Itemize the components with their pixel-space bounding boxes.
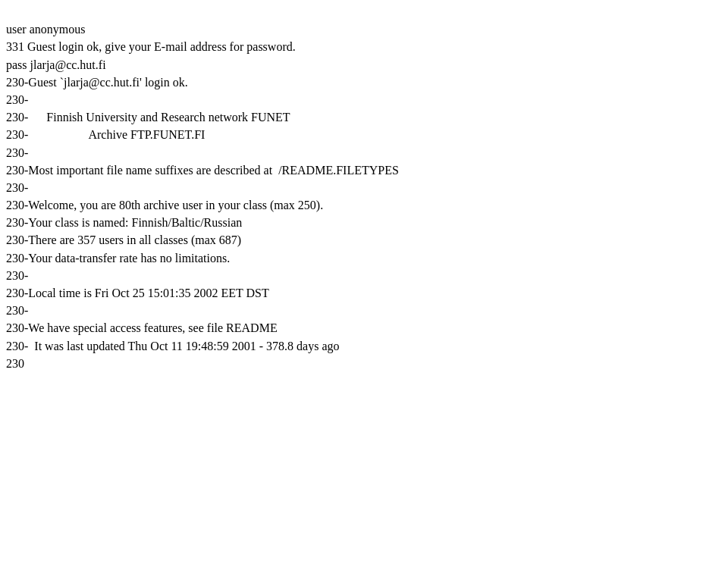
terminal-line: 230-Your class is named: Finnish/Baltic/… [6, 214, 722, 231]
terminal-line: 230- Finnish University and Research net… [6, 108, 722, 126]
terminal-line: 230- [6, 302, 722, 319]
terminal-line: 230- [6, 267, 722, 284]
terminal-line: 230-Most important file name suffixes ar… [6, 161, 722, 179]
terminal-line: user anonymous [6, 20, 722, 38]
terminal-line: 331 Guest login ok, give your E-mail add… [6, 38, 722, 55]
terminal-output: user anonymous331 Guest login ok, give y… [6, 3, 722, 372]
terminal-line: 230- [6, 144, 722, 161]
terminal-line: 230- It was last updated Thu Oct 11 19:4… [6, 337, 722, 355]
terminal-line: 230-Guest `jlarja@cc.hut.fi' login ok. [6, 74, 722, 91]
terminal-line: 230-Your data-transfer rate has no limit… [6, 249, 722, 267]
terminal-line: 230 [6, 355, 722, 372]
terminal-line: 230-We have special access features, see… [6, 319, 722, 337]
terminal-line: 230- [6, 179, 722, 196]
terminal-line: 230- Archive FTP.FUNET.FI [6, 126, 722, 143]
terminal-line: 230-There are 357 users in all classes (… [6, 231, 722, 249]
terminal-line: pass jlarja@cc.hut.fi [6, 56, 722, 74]
terminal-line: 230-Local time is Fri Oct 25 15:01:35 20… [6, 284, 722, 302]
terminal-line: 230- [6, 91, 722, 108]
terminal-line: 230-Welcome, you are 80th archive user i… [6, 196, 722, 214]
